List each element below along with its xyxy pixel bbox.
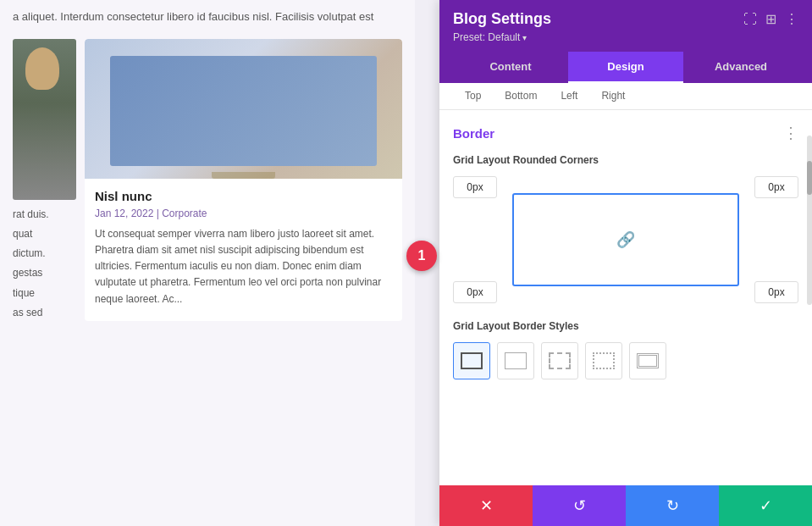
blog-intro-text: a aliquet. Interdum consectetur libero i…	[13, 8, 402, 26]
sub-tab-left[interactable]: Left	[549, 83, 589, 110]
reset-button[interactable]: ↺	[533, 485, 626, 526]
border-style-solid-thick[interactable]	[453, 342, 490, 379]
scrollbar-track[interactable]	[807, 136, 812, 305]
corner-input-tl-field[interactable]: 0px	[453, 176, 497, 198]
border-style-solid-thin[interactable]	[497, 342, 534, 379]
tab-design[interactable]: Design	[568, 52, 683, 83]
corner-input-bottom-right[interactable]: 0px	[754, 281, 798, 303]
border-style-dashed[interactable]	[541, 342, 578, 379]
panel-header: Blog Settings ⛶ ⊞ ⋮ Preset: Default ▾ Co…	[439, 0, 812, 83]
corner-input-bl-field[interactable]: 0px	[453, 281, 497, 303]
settings-panel: Blog Settings ⛶ ⊞ ⋮ Preset: Default ▾ Co…	[439, 0, 812, 526]
border-section-title: Border	[453, 126, 494, 141]
dotted-icon	[593, 352, 615, 369]
border-styles-grid	[453, 342, 798, 379]
scrollbar-thumb[interactable]	[807, 161, 812, 195]
tab-content[interactable]: Content	[453, 52, 568, 83]
left-col-text: as sed	[13, 305, 76, 321]
corner-input-br-field[interactable]: 0px	[754, 281, 798, 303]
step-badge: 1	[406, 241, 437, 271]
panel-body: Border ⋮ Grid Layout Rounded Corners 0px…	[439, 110, 812, 485]
left-col-text: quat	[13, 226, 76, 242]
rounded-corners-label: Grid Layout Rounded Corners	[453, 154, 798, 166]
cancel-button[interactable]: ✕	[439, 485, 533, 526]
sub-tab-right[interactable]: Right	[589, 83, 637, 110]
panel-preset[interactable]: Preset: Default ▾	[453, 31, 798, 43]
sub-tabs-row: Top Bottom Left Right	[439, 83, 812, 110]
card-title: Nisl nunc	[95, 189, 392, 203]
sub-tab-top[interactable]: Top	[453, 83, 493, 110]
left-col-text: rat duis.	[13, 207, 76, 223]
grid-icon[interactable]: ⊞	[765, 11, 776, 27]
card-content: Nisl nunc Jan 12, 2022 | Corporate Ut co…	[85, 179, 402, 318]
panel-title-row: Blog Settings ⛶ ⊞ ⋮	[453, 10, 798, 28]
border-section-menu-icon[interactable]: ⋮	[783, 124, 798, 142]
solid-thick-icon	[461, 352, 483, 369]
left-column: rat duis. quat dictum. gestas tique as s…	[13, 39, 76, 321]
left-col-text: gestas	[13, 265, 76, 281]
sub-tab-bottom[interactable]: Bottom	[493, 83, 549, 110]
card-excerpt: Ut consequat semper viverra nam libero j…	[95, 226, 392, 307]
person-image	[13, 39, 76, 200]
save-button[interactable]: ✓	[719, 485, 812, 526]
left-col-text: dictum.	[13, 246, 76, 262]
link-icon[interactable]: 🔗	[616, 230, 635, 249]
border-style-double[interactable]	[629, 342, 666, 379]
card-image	[85, 39, 402, 179]
fullscreen-icon[interactable]: ⛶	[743, 12, 757, 27]
preset-chevron-icon: ▾	[522, 33, 527, 42]
border-style-dotted[interactable]	[585, 342, 622, 379]
card-meta: Jan 12, 2022 | Corporate	[95, 208, 392, 219]
corners-grid: 0px 0px 🔗 0px 0px	[453, 176, 798, 303]
dashed-icon	[549, 352, 571, 369]
double-icon	[637, 353, 659, 368]
panel-title: Blog Settings	[453, 10, 551, 28]
corner-input-tr-field[interactable]: 0px	[754, 176, 798, 198]
tab-advanced[interactable]: Advanced	[683, 52, 798, 83]
left-col-text: tique	[13, 285, 76, 302]
more-menu-icon[interactable]: ⋮	[785, 11, 798, 27]
border-preview-rect[interactable]: 🔗	[512, 193, 739, 286]
corner-input-top-right[interactable]: 0px	[754, 176, 798, 198]
border-section-header: Border ⋮	[453, 124, 798, 142]
blog-card: Nisl nunc Jan 12, 2022 | Corporate Ut co…	[85, 39, 402, 321]
panel-tabs: Content Design Advanced	[453, 52, 798, 83]
border-styles-label: Grid Layout Border Styles	[453, 320, 798, 332]
panel-footer: ✕ ↺ ↻ ✓	[439, 485, 812, 526]
corner-input-bottom-left[interactable]: 0px	[453, 281, 497, 303]
blog-background: a aliquet. Interdum consectetur libero i…	[0, 0, 415, 526]
redo-button[interactable]: ↻	[626, 485, 719, 526]
solid-thin-icon	[505, 352, 527, 369]
corner-input-top-left[interactable]: 0px	[453, 176, 497, 198]
panel-icons: ⛶ ⊞ ⋮	[743, 11, 798, 27]
